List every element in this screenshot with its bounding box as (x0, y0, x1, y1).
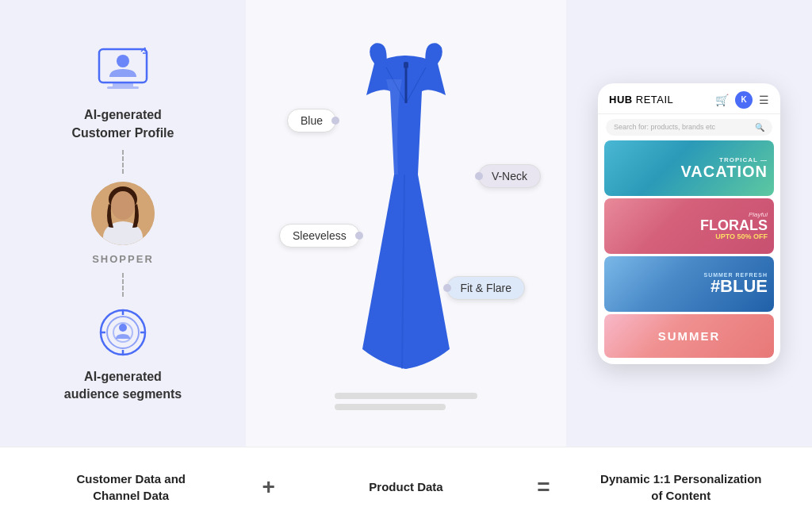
product-data-label: Product Data (307, 478, 505, 495)
svg-rect-1 (113, 83, 133, 86)
top-section: AI-generated Customer Profile (0, 0, 812, 447)
svg-point-12 (107, 317, 139, 348)
shopper-avatar (91, 182, 155, 245)
tag-vneck: V-Neck (478, 164, 541, 188)
phone-header-icons: 🛒 K ☰ (715, 91, 769, 109)
phone-header: HUB RETAIL 🛒 K ☰ (598, 83, 780, 114)
banner-tropical[interactable]: TROPICAL — VACATION (604, 140, 774, 196)
svg-rect-20 (404, 62, 408, 68)
bottom-item-personalization: Dynamic 1:1 Personalizationof Content (582, 470, 780, 504)
banner-blue[interactable]: SUMMER REFRESH #BLUE (604, 256, 774, 312)
shopper-label: SHOPPER (92, 253, 154, 265)
phone-banners: TROPICAL — VACATION Playful FLORALS UPTO… (598, 140, 780, 364)
plus-operator: + (262, 474, 274, 500)
customer-data-label: Customer Data andChannel Data (32, 470, 230, 504)
svg-point-14 (119, 324, 127, 332)
banner-tropical-main: VACATION (681, 163, 768, 179)
personalization-label: Dynamic 1:1 Personalizationof Content (582, 470, 780, 504)
left-panel: AI-generated Customer Profile (0, 0, 246, 447)
bottom-item-customer-data: Customer Data andChannel Data (32, 470, 230, 504)
banner-summer-main: SUMMER (658, 329, 721, 343)
tag-fitflare: Fit & Flare (446, 276, 525, 300)
menu-icon[interactable]: ☰ (759, 94, 769, 106)
dress-container: Blue V-Neck Sleeveless Fit & Flare (295, 32, 517, 381)
middle-panel: Blue V-Neck Sleeveless Fit & Flare (246, 0, 566, 447)
tag-blue: Blue (287, 109, 336, 132)
search-placeholder-text: Search for: products, brands etc (614, 123, 715, 131)
ai-profile-label: AI-generated Customer Profile (72, 106, 174, 142)
ai-profile-icon (91, 43, 155, 98)
product-line-2 (335, 404, 446, 410)
svg-rect-2 (107, 86, 139, 89)
phone-mockup: HUB RETAIL 🛒 K ☰ Search for: products, b… (598, 83, 780, 364)
banner-florals-badge: UPTO 50% OFF (700, 232, 768, 240)
banner-florals-main: FLORALS (700, 218, 768, 232)
banner-florals[interactable]: Playful FLORALS UPTO 50% OFF (604, 198, 774, 254)
hub-text: HUB (609, 94, 633, 106)
svg-point-3 (117, 55, 129, 67)
dress-svg (295, 32, 517, 381)
connector-line-1 (122, 150, 124, 174)
banner-tropical-sub: TROPICAL — (681, 156, 768, 163)
phone-search-bar[interactable]: Search for: products, brands etc 🔍 (606, 119, 772, 136)
svg-point-9 (111, 191, 135, 220)
banner-summer[interactable]: SUMMER (604, 314, 774, 358)
equals-operator: = (537, 474, 550, 500)
connector-line-2 (122, 273, 124, 297)
banner-blue-main: #BLUE (703, 278, 768, 295)
audience-segments-icon (91, 305, 155, 360)
bottom-section: Customer Data andChannel Data + Product … (0, 447, 812, 526)
product-line-1 (335, 393, 477, 399)
cart-icon[interactable]: 🛒 (715, 94, 729, 106)
bottom-item-product-data: Product Data (307, 478, 505, 495)
audience-label: AI-generated audience segments (64, 368, 182, 404)
search-icon: 🔍 (755, 123, 764, 132)
product-description-lines (335, 393, 477, 415)
hub-retail-logo: HUB RETAIL (609, 94, 673, 106)
right-panel: HUB RETAIL 🛒 K ☰ Search for: products, b… (566, 0, 812, 447)
retail-text: RETAIL (633, 94, 674, 106)
user-icon[interactable]: K (735, 91, 753, 109)
tag-sleeveless: Sleeveless (279, 224, 360, 248)
main-container: AI-generated Customer Profile (0, 0, 812, 526)
